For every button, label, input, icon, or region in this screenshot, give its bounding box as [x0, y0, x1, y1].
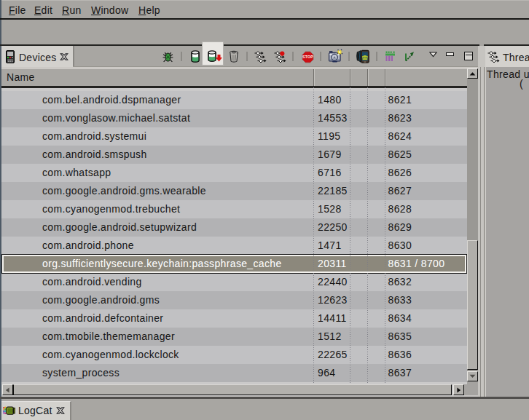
svg-text:STOP: STOP [302, 55, 313, 59]
